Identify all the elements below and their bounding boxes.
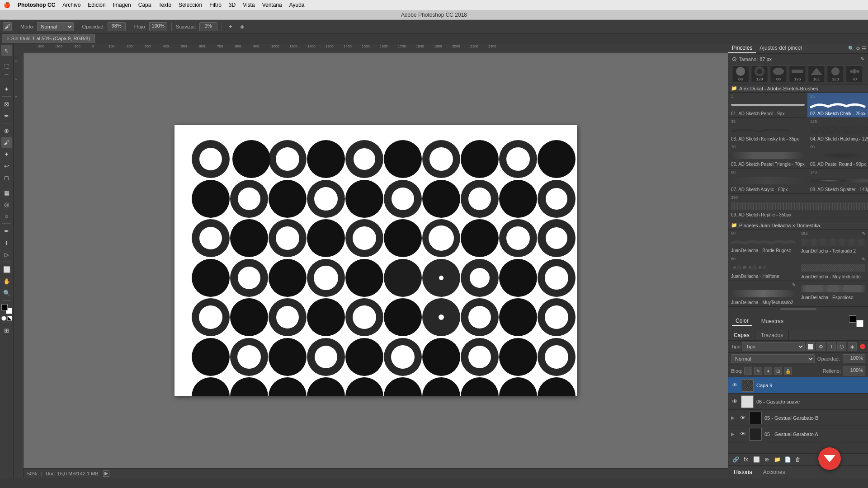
move-tool[interactable]: ↖ [1, 45, 12, 56]
menu-ventana[interactable]: Ventana [262, 2, 282, 8]
smooth-value[interactable]: 0% [199, 22, 217, 31]
eraser-tool[interactable]: ◻ [1, 172, 12, 183]
layer-vis-06[interactable]: 👁 [731, 398, 738, 405]
apple-menu[interactable]: 🍎 [4, 2, 10, 8]
mode-select[interactable]: Normal Disolver Oscurecer Multiplicar [37, 22, 74, 31]
new-layer-btn[interactable]: 📄 [783, 455, 792, 464]
tab-close[interactable]: × [7, 36, 9, 41]
filter-active-dot[interactable] [860, 344, 865, 349]
type-tool[interactable]: T [1, 237, 12, 248]
edit-icon-3[interactable]: ✎ [792, 282, 796, 287]
pressure-toggle[interactable]: ◈ [238, 22, 247, 31]
lasso-tool[interactable]: ⌒ [1, 72, 12, 83]
foreground-color[interactable] [1, 304, 8, 310]
photoshop-canvas[interactable] [175, 125, 577, 396]
brush-tool[interactable]: 🖌 [1, 137, 12, 148]
spot-heal-tool[interactable]: ⊕ [1, 125, 12, 136]
brush-tool-icon[interactable]: 🖌 [3, 22, 12, 31]
new-group-btn[interactable]: 📁 [773, 455, 782, 464]
magic-wand-tool[interactable]: ✦ [1, 84, 12, 94]
edit-icon[interactable]: ✎ [862, 231, 865, 236]
tab-historia[interactable]: Historia [728, 467, 758, 477]
brush-item-03[interactable]: 35 03. AD Sketch Kolinsky Ink - 35px [728, 118, 807, 143]
standard-mode-button[interactable] [7, 316, 12, 321]
color-swatches-panel[interactable] [848, 314, 864, 328]
brush-item-08[interactable]: 143 08. AD Sketch Splatter - 143px [807, 169, 868, 194]
status-arrow[interactable]: ▶ [103, 470, 109, 477]
scroll-thumb[interactable] [780, 308, 816, 310]
menu-filtro[interactable]: Filtro [209, 2, 222, 8]
lock-pixels[interactable]: ✎ [754, 367, 762, 375]
tab-ajustes-pincel[interactable]: Ajustes del pincel [756, 43, 805, 53]
fill-value[interactable]: 100% [843, 366, 865, 375]
crop-tool[interactable]: ⊠ [1, 99, 12, 109]
brush-item-09[interactable]: 350 09. AD Sketch Reptile - 350px [728, 194, 868, 219]
brush-preset-161[interactable]: 161 [808, 65, 825, 82]
brush-item-07[interactable]: 80 07. AD Sketch Acrylic - 80px [728, 169, 807, 194]
brush-preset-88[interactable]: 88 [732, 65, 749, 82]
brush-preset-129[interactable]: 129 [751, 65, 768, 82]
app-name[interactable]: Photoshop CC [18, 2, 55, 8]
menu-edicion[interactable]: Edición [88, 2, 105, 8]
clone-tool[interactable]: ✦ [1, 149, 12, 160]
layer-expand-05b[interactable]: ▶ [731, 415, 736, 420]
brush-preset-88b[interactable]: 88 [770, 65, 787, 82]
layer-row-06[interactable]: 👁 06 - Gastado suave [728, 394, 868, 410]
brush-item-02[interactable]: 25 02. AD Sketch Chalk - 25px [807, 93, 868, 118]
delete-layer-btn[interactable]: 🗑 [793, 455, 802, 464]
document-tab[interactable]: × Sin título-1 al 50% (Capa 9, RGB/8) [2, 34, 95, 43]
layer-expand-05a[interactable]: ▶ [731, 432, 736, 436]
tab-pinceles[interactable]: Pinceles [728, 43, 756, 53]
menu-seleccion[interactable]: Selección [179, 2, 202, 8]
layer-filter-type[interactable]: T [827, 342, 836, 351]
tab-acciones[interactable]: Acciones [758, 467, 791, 477]
add-mask-btn[interactable]: ⬜ [752, 455, 761, 464]
quick-mask-button[interactable] [1, 316, 6, 321]
menu-ayuda[interactable]: Ayuda [289, 2, 305, 8]
lock-all[interactable]: 🔒 [784, 367, 792, 375]
eyedropper-tool[interactable]: ✒ [1, 110, 12, 121]
opacity-value-layers[interactable]: 100% [843, 354, 865, 363]
brush-item-esponioso[interactable]: JuanDellacha - Esponioso [798, 281, 868, 307]
layer-row-05a[interactable]: ▶ 👁 05 - Gestual Garabato A [728, 426, 868, 442]
brush-size-edit[interactable]: ✎ [860, 56, 864, 62]
flow-value[interactable]: 100% [149, 22, 167, 31]
dodge-tool[interactable]: ○ [1, 211, 12, 221]
layer-filter-shape[interactable]: ⬡ [837, 342, 846, 351]
brush-item-06[interactable]: 90 06. AD Pastel Round - 90px [807, 143, 868, 169]
color-swatches[interactable] [1, 304, 12, 314]
brush-preset-196[interactable]: 196 [789, 65, 806, 82]
menu-vista[interactable]: Vista [243, 2, 255, 8]
layer-row-capa9[interactable]: 👁 Capa 9 [728, 377, 868, 394]
lock-position[interactable]: ✦ [764, 367, 772, 375]
menu-capa[interactable]: Capa [138, 2, 151, 8]
menu-archivo[interactable]: Archivo [62, 2, 80, 8]
link-layers-btn[interactable]: 🔗 [731, 455, 740, 464]
airbrush-toggle[interactable]: ✦ [226, 22, 235, 31]
brush-preset-70[interactable]: 70 [846, 65, 863, 82]
pen-tool[interactable]: ✒ [1, 225, 12, 236]
lock-transparency[interactable]: ⬚ [744, 367, 752, 375]
size-value[interactable]: 87 px [760, 56, 772, 62]
brush-item-halftone[interactable]: 80 JuanDellacha - Halftone [728, 255, 798, 281]
tab-muestras[interactable]: Muestras [758, 317, 787, 326]
lock-artboard[interactable]: ⊡ [774, 367, 782, 375]
layer-vis-capa9[interactable]: 👁 [731, 382, 738, 389]
brush-item-05[interactable]: 70 05. AD Sketch Pastel Triangle - 70px [728, 143, 807, 169]
screen-mode-button[interactable]: ⊞ [1, 325, 12, 336]
layer-row-05b[interactable]: ▶ 👁 05 - Gestual Garabato B [728, 410, 868, 426]
brush-group-header-alex[interactable]: 📁 Alex Dukal - Adobe-Sketch-Brushes [728, 84, 868, 93]
menu-3d[interactable]: 3D [229, 2, 236, 8]
layer-filter-pixel[interactable]: ⬜ [806, 342, 815, 351]
layer-filter-adj[interactable]: ⚙ [816, 342, 826, 351]
opacity-value[interactable]: 98% [108, 22, 126, 31]
brush-item-01[interactable]: 1 01. AD Sketch Pencil - 9px [728, 93, 807, 118]
brush-item-04[interactable]: 125 04. AD Sketch Hatching - 125px [807, 118, 868, 143]
brush-preset-128[interactable]: 128 [827, 65, 844, 82]
brush-item-texturado2[interactable]: 154 ✎ JuanDellacha - Texturado 2 [798, 230, 868, 255]
hand-tool[interactable]: ✋ [1, 276, 12, 286]
layer-vis-05b[interactable]: 👁 [739, 414, 746, 422]
edit-icon-2[interactable]: ✎ [862, 257, 865, 262]
menu-texto[interactable]: Texto [158, 2, 171, 8]
panel-menu-icon[interactable]: ☰ [862, 46, 866, 52]
